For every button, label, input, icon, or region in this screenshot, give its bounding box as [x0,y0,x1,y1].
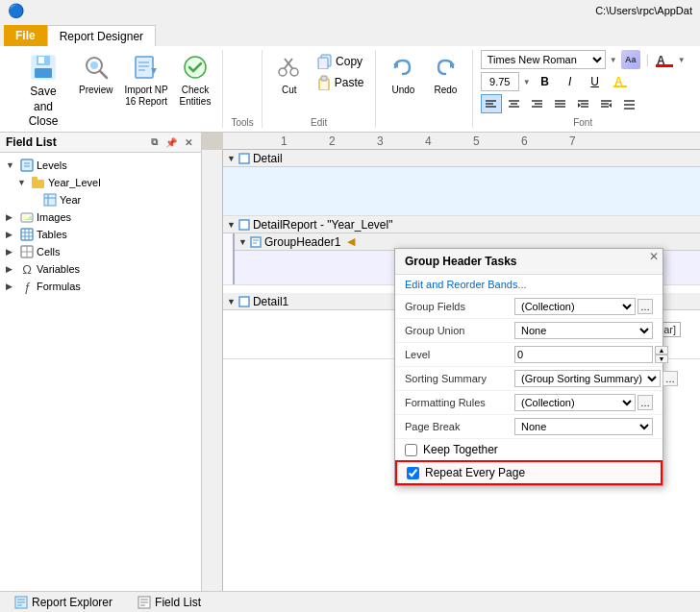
group-header-tasks-trigger[interactable]: ◀ [347,235,355,248]
group-union-label: Group Union [405,325,511,336]
svg-rect-56 [44,194,56,206]
formatting-rules-select[interactable]: (Collection) [514,394,636,411]
svg-rect-24 [656,64,673,67]
group-header1-expand-arrow[interactable]: ▼ [238,237,247,247]
status-bar: Report Explorer Field List [0,591,700,612]
tree-item-images[interactable]: ▶ Images [4,208,197,226]
italic-button[interactable]: I [560,72,581,91]
svg-line-5 [100,71,107,78]
year-icon [42,192,58,208]
repeat-every-page-checkbox[interactable] [407,467,419,479]
cut-button[interactable]: Cut [270,50,309,98]
tree-item-year-level[interactable]: ▼ Year_Level [15,174,197,191]
tree-item-cells[interactable]: ▶ Cells [4,243,197,260]
page-break-select[interactable]: None [514,418,653,435]
panel-header: Field List ⧉ 📌 ✕ [0,133,201,153]
align-justify-button[interactable] [550,94,571,113]
svg-marker-46 [609,103,612,108]
align-center-button[interactable] [504,94,525,113]
report-explorer-icon [14,596,28,609]
indent-button[interactable] [573,94,594,113]
highlight-button[interactable]: A [610,72,631,91]
popup-row-group-union: Group Union None [395,319,662,343]
panel-pin-button[interactable]: 📌 [164,135,178,149]
band-detail-report-header: ▼ DetailReport - "Year_Level" [223,216,700,233]
level-spin-up[interactable]: ▲ [655,346,668,355]
import-np-button[interactable]: Import NP16 Report [121,50,172,110]
level-spin-down[interactable]: ▼ [655,355,668,363]
font-color-icon: A [655,50,674,69]
report-explorer-label: Report Explorer [32,596,112,609]
group-fields-select[interactable]: (Collection) [514,298,636,315]
field-list-status-button[interactable]: Field List [131,593,208,612]
report-explorer-button[interactable]: Report Explorer [8,593,119,612]
redo-icon [430,52,461,83]
tab-report-designer[interactable]: Report Designer [47,25,156,46]
preview-label: Preview [79,85,113,96]
title-path: C:\Users\rpc\AppDat [595,5,692,16]
tree-item-variables[interactable]: ▶ Ω Variables [4,260,197,278]
save-close-icon [28,52,59,83]
undo-label: Undo [391,85,414,96]
undo-button[interactable]: Undo [384,50,422,98]
paste-label: Paste [335,76,364,89]
levels-label: Levels [37,159,67,171]
sorting-summary-ellipsis-button[interactable]: … [662,371,678,386]
align-right-button[interactable] [527,94,548,113]
cells-label: Cells [37,246,60,257]
font-size-input[interactable] [481,72,519,91]
copy-button[interactable]: Copy [312,52,368,71]
redo-button[interactable]: Redo [426,50,464,98]
popup-edit-reorder-link[interactable]: Edit and Reorder Bands... [395,275,662,295]
ribbon-group-edit: Cut Copy [262,50,377,128]
popup-row-formatting-rules: Formatting Rules (Collection) … [395,391,662,415]
svg-rect-18 [318,58,328,69]
detail-band-body [223,167,700,215]
check-entities-button[interactable]: CheckEntities [176,50,215,110]
ribbon-tabs: File Report Designer [0,21,700,46]
import-np-icon [131,52,162,83]
svg-marker-42 [578,103,581,108]
level-input[interactable] [514,346,653,363]
detail-expand-arrow[interactable]: ▼ [227,154,236,163]
tree-item-formulas[interactable]: ▶ ƒ Formulas [4,278,197,295]
group-fields-ellipsis-button[interactable]: … [638,299,653,314]
formulas-label: Formulas [37,281,81,292]
copy-label: Copy [336,55,362,68]
tables-label: Tables [37,229,67,240]
detail-report-label: DetailReport - "Year_Level" [253,218,393,232]
formulas-icon: ƒ [19,279,35,294]
detail-report-expand-arrow[interactable]: ▼ [227,220,236,230]
sorting-summary-select[interactable]: (Group Sorting Summary) [514,370,661,387]
tree-item-tables[interactable]: ▶ Tables [4,226,197,243]
redo-label: Redo [434,85,457,96]
font-separator: | [646,53,649,66]
bold-button[interactable]: B [535,72,556,91]
detail1-expand-arrow[interactable]: ▼ [227,297,236,306]
popup-row-page-break: Page Break None [395,415,662,439]
align-left-button[interactable] [481,94,502,113]
panel-close-button[interactable]: ✕ [182,135,195,149]
detail-band-label: Detail [253,152,283,165]
preview-button[interactable]: Preview [75,50,117,98]
tree-item-year[interactable]: Year [27,191,197,208]
designer-canvas: 1 2 3 4 5 6 7 ▼ Detail [202,133,700,591]
popup-close-button[interactable]: ✕ [649,251,659,262]
panel-float-button[interactable]: ⧉ [147,135,161,149]
tab-file[interactable]: File [4,25,47,46]
ribbon-group-report-content: Save and Close Preview [15,50,214,132]
main-area: Field List ⧉ 📌 ✕ ▼ Levels ▼ [0,133,700,591]
paste-button[interactable]: Paste [312,73,368,92]
underline-button[interactable]: U [585,72,606,91]
keep-together-checkbox[interactable] [405,444,417,456]
tree-item-levels[interactable]: ▼ Levels [4,157,197,174]
line-spacing-button[interactable] [619,94,640,113]
font-name-select[interactable]: Times New Roman [481,50,606,69]
ribbon-toolbar: Save and Close Preview [0,46,700,133]
group-union-select[interactable]: None [514,322,653,339]
formatting-rules-ellipsis-button[interactable]: … [638,395,653,410]
svg-point-15 [279,68,287,76]
cells-expand: ▶ [6,247,17,257]
outdent-button[interactable] [596,94,617,113]
save-close-button[interactable]: Save and Close [15,50,71,132]
